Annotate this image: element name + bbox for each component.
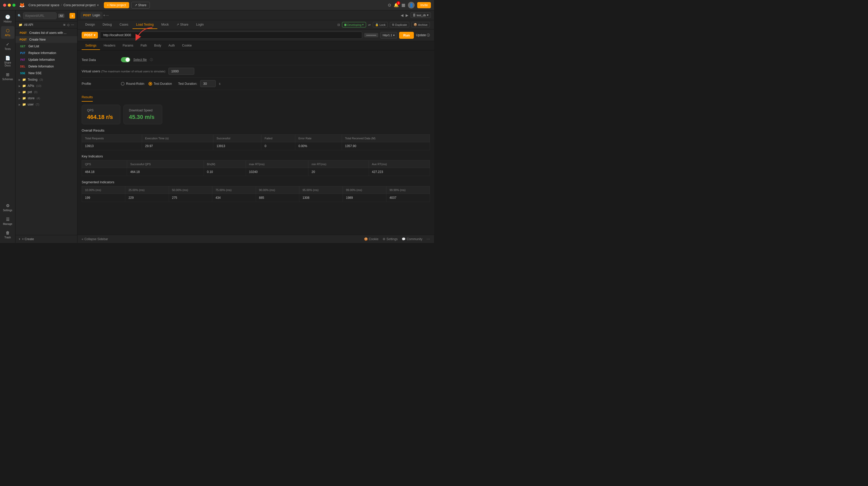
lock-button[interactable]: 🔒 Lock <box>373 22 388 27</box>
next-tab-button[interactable]: ▶ <box>406 13 408 17</box>
virtual-users-input[interactable] <box>168 68 194 75</box>
settings-tab-params[interactable]: Params <box>119 41 137 50</box>
sidebar-item-settings[interactable]: ⚙ Settings <box>1 201 14 214</box>
th-failed: Failed <box>261 135 295 142</box>
close-button[interactable] <box>3 4 6 7</box>
settings-tab-settings[interactable]: Settings <box>82 41 100 50</box>
filter-icon[interactable]: ◇ <box>67 23 69 27</box>
app-logo-icon: 🦊 <box>19 2 25 8</box>
settings-tab-cookie[interactable]: Cookie <box>179 41 195 50</box>
update-button[interactable]: Update ⓘ <box>416 33 430 37</box>
folder-store[interactable]: ▶ 📁 store (4) <box>16 95 77 101</box>
sort-icon[interactable]: ≋ <box>63 23 66 27</box>
folder-icon: 📁 <box>22 103 26 106</box>
folder-user[interactable]: ▶ 📁 user (7) <box>16 101 77 108</box>
url-input[interactable] <box>100 32 362 39</box>
tab-cases[interactable]: Cases <box>116 21 132 29</box>
db-selector[interactable]: 🗄 test_db ▾ <box>410 12 431 18</box>
add-tab-button[interactable]: + <box>103 13 105 17</box>
settings-tab-auth[interactable]: Auth <box>165 41 179 50</box>
test-duration-radio[interactable] <box>149 82 152 86</box>
settings-tab-headers[interactable]: Headers <box>100 41 119 50</box>
collapse-sidebar-button[interactable]: « Collapse Sidebar <box>82 237 108 241</box>
sidebar-item-apis[interactable]: ⬡ APIs <box>1 26 14 39</box>
test-duration-input[interactable] <box>200 80 216 87</box>
tab-design[interactable]: Design <box>82 21 98 29</box>
method-badge-sse: SSE <box>19 72 27 75</box>
sidebar-item-manage[interactable]: ☰ Manage <box>1 215 14 228</box>
add-api-button[interactable]: + <box>69 13 75 19</box>
settings-icon[interactable]: ⊙ <box>388 3 391 7</box>
round-robin-radio[interactable] <box>121 82 125 86</box>
sidebar-item-share-docs[interactable]: 📄 Share Docs <box>1 54 14 69</box>
tab-share[interactable]: ↗ Share <box>173 21 192 29</box>
archive-button[interactable]: 📦 Archive <box>411 22 430 27</box>
round-robin-option[interactable]: Round-Robin <box>121 82 145 86</box>
search-input[interactable] <box>23 12 57 19</box>
sidebar-item-trash[interactable]: 🗑 Trash <box>1 229 14 241</box>
tab-load-testing[interactable]: Load Testing <box>132 21 157 29</box>
minimize-button[interactable] <box>8 4 11 7</box>
folder-apis[interactable]: ▶ 📁 APIs (10) <box>16 83 77 89</box>
method-selector[interactable]: POST ▾ <box>82 32 98 38</box>
notification-button[interactable]: 🔔 3 <box>394 3 399 7</box>
main-layout: 🕐 History ⬡ APIs ✓ Tests 📄 Share Docs ⊞ … <box>0 10 434 243</box>
list-item-sse[interactable]: SSE New SSE <box>16 70 77 77</box>
community-button[interactable]: 💬 Community <box>402 237 423 241</box>
th-95: 95.00% (ms) <box>299 187 343 194</box>
tab-debug[interactable]: Debug <box>99 21 115 29</box>
sidebar-item-schemas[interactable]: ⊞ Schemas <box>1 70 14 83</box>
profile-row: Profile Round-Robin Test Duration Test D… <box>82 78 430 90</box>
results-tab[interactable]: Results <box>82 92 93 102</box>
metric-cards: QPS 464.18 r/s Download Speed 45.30 m/s <box>82 105 430 124</box>
sidebar-item-tests[interactable]: ✓ Tests <box>1 40 14 53</box>
cookie-button[interactable]: 🍪 Cookie <box>364 237 378 241</box>
active-tab[interactable]: POST Login <box>81 12 102 19</box>
more-bottom-icon[interactable]: ⋯ <box>427 237 430 241</box>
http-version-selector[interactable]: http/1.1 ▾ <box>380 32 397 38</box>
more-tabs-button[interactable]: ··· <box>106 13 109 17</box>
td-10: 199 <box>82 194 125 202</box>
list-item-pat[interactable]: PAT Update Information <box>16 56 77 63</box>
filter-icon[interactable]: ⊟ <box>337 23 340 27</box>
layout-switch-icon[interactable]: ⇌ <box>368 23 371 27</box>
test-duration-option[interactable]: Test Duration <box>149 82 172 86</box>
main-content: Test Data Select file ⓘ Virtual users (T… <box>78 50 434 235</box>
breadcrumb-space[interactable]: Cora personal space <box>28 3 59 7</box>
run-button[interactable]: Run <box>399 32 414 39</box>
maximize-button[interactable] <box>12 4 16 7</box>
layout-icon[interactable]: ▦ <box>401 3 405 7</box>
status-badge[interactable]: ● Developing ▾ <box>342 22 366 27</box>
tab-login[interactable]: Login <box>192 21 207 29</box>
avatar[interactable]: 👤 <box>408 2 414 8</box>
th-total-requests: Total Requests <box>82 135 142 142</box>
settings-bottom-button[interactable]: ⚙ Settings <box>382 237 398 241</box>
sidebar-item-history[interactable]: 🕐 History <box>1 12 14 25</box>
list-item[interactable]: POST Creates list of users with ... <box>16 29 77 36</box>
td-failed: 0 <box>261 142 295 150</box>
invite-button[interactable]: Invite <box>417 2 431 8</box>
breadcrumb-project[interactable]: Cora personal project <box>64 3 96 7</box>
folder-pet[interactable]: ▶ 📁 pet (9) <box>16 89 77 95</box>
more-icon[interactable]: ⋯ <box>71 23 74 27</box>
th-error-rate: Error Rate <box>295 135 342 142</box>
new-project-button[interactable]: + New project <box>104 2 129 8</box>
list-item-put[interactable]: PUT Replace Information <box>16 50 77 56</box>
list-item-create-new[interactable]: POST Create New <box>16 36 77 43</box>
folder-testing[interactable]: ▶ 📁 Testing (3) <box>16 77 77 83</box>
list-item-get[interactable]: GET Get List <box>16 43 77 50</box>
help-icon[interactable]: ⓘ <box>150 58 153 62</box>
duplicate-button[interactable]: ⧉ Duplicate <box>390 22 409 27</box>
list-item-del[interactable]: DEL Delete Information <box>16 63 77 70</box>
all-filter-badge[interactable]: All <box>58 14 64 18</box>
create-button[interactable]: + + Create <box>16 235 77 243</box>
select-file-link[interactable]: Select file <box>133 58 147 61</box>
api-tabs-right: ⊟ ● Developing ▾ ⇌ 🔒 Lock ⧉ Duplicate 📦 <box>337 22 430 27</box>
tab-mock[interactable]: Mock <box>158 21 173 29</box>
prev-tab-button[interactable]: ◀ <box>401 13 404 17</box>
share-header-button[interactable]: ↗ Share <box>131 2 150 8</box>
test-data-toggle[interactable] <box>121 57 130 62</box>
chevron-left-icon: « <box>82 237 84 241</box>
settings-tab-path[interactable]: Path <box>137 41 151 50</box>
settings-tab-body[interactable]: Body <box>151 41 165 50</box>
